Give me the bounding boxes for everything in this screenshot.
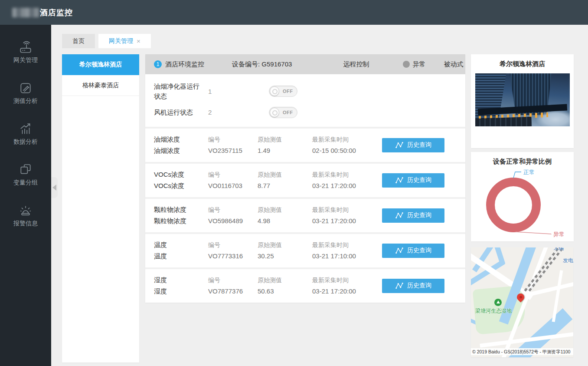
line-chart-icon	[395, 211, 404, 219]
sidebar-item-label: 测值分析	[13, 97, 38, 105]
sidebar-item-gateway[interactable]: 网关管理	[13, 40, 38, 64]
legend-abnormal: 异常	[553, 231, 565, 237]
content-area: 首页 网关管理 × 希尔顿逸林酒店 格林豪泰酒店 1 酒店环境监控 设备编号: …	[51, 25, 588, 366]
mode-text: 被动式	[444, 60, 463, 69]
toggle-knob	[270, 108, 279, 117]
close-icon[interactable]: ×	[137, 37, 140, 45]
device-index-badge: 1	[154, 60, 162, 68]
sidebar-item-label: 报警信息	[13, 220, 38, 228]
hotel-photo-lobby	[475, 117, 532, 126]
map-poi-label-partial: 无锡	[553, 247, 564, 252]
variable-group-icon	[19, 163, 33, 177]
device-ratio-card: 设备正常和异常比例 正常 异常	[471, 152, 574, 241]
hotel-list-item-selected[interactable]: 希尔顿逸林酒店	[62, 54, 139, 75]
baidu-map[interactable]: 梁塘河生态湿地 无锡 发电 © 2019 Baidu - GS(2018)557…	[471, 247, 573, 357]
sidebar-item-label: 变量分组	[13, 179, 38, 187]
fan-toggle[interactable]: OFF	[269, 107, 297, 118]
sidebar: 网关管理 测值分析 数据分析 变量分组	[0, 25, 51, 366]
hotel-list-item[interactable]: 格林豪泰酒店	[62, 75, 139, 96]
donut-chart: 正常 异常	[471, 166, 574, 242]
tab-gateway[interactable]: 网关管理 ×	[98, 34, 151, 48]
park-poi-icon	[494, 299, 502, 306]
right-panel: 希尔顿逸林酒店 设备正常和异常比例 正常	[471, 54, 574, 357]
hotel-list: 希尔顿逸林酒店 格林豪泰酒店	[62, 54, 139, 363]
sensor-row-vocs: VOCs浓度VOCs浓度 编号VO0116703 原始测值8.77 最新采集时间…	[145, 164, 465, 197]
tab-home[interactable]: 首页	[62, 34, 95, 48]
remote-control-label: 远程控制	[343, 60, 369, 69]
sensor-row-smoke: 油烟浓度油烟浓度 编号VO2357115 原始测值1.49 最新采集时间02-1…	[145, 129, 465, 162]
line-chart-icon	[395, 282, 404, 290]
tab-bar: 首页 网关管理 ×	[62, 34, 151, 48]
company-logo	[12, 8, 39, 17]
history-query-button[interactable]: 历史查询	[382, 208, 444, 223]
app-title: 酒店监控	[40, 7, 73, 18]
switch-row-purifier: 油烟净化器运行状态 1 OFF	[145, 81, 465, 102]
sidebar-item-alarm[interactable]: 报警信息	[13, 204, 38, 228]
data-analysis-icon	[19, 122, 33, 136]
measure-analysis-icon	[19, 81, 33, 95]
device-title: 酒店环境监控	[165, 60, 204, 69]
toggle-knob	[270, 86, 279, 96]
sidebar-item-label: 数据分析	[13, 138, 38, 146]
sensor-row-particles: 颗粒物浓度颗粒物浓度 编号VO5986489 原始测值4.98 最新采集时间03…	[145, 199, 465, 232]
line-chart-icon	[395, 176, 404, 184]
sidebar-collapse-handle[interactable]	[51, 177, 58, 198]
device-number: 设备编号: G5916703	[232, 60, 292, 69]
line-chart-icon	[395, 141, 404, 149]
history-query-button[interactable]: 历史查询	[382, 279, 444, 293]
ratio-title: 设备正常和异常比例	[471, 152, 574, 166]
sidebar-item-measure[interactable]: 测值分析	[13, 81, 38, 105]
sidebar-item-variable-group[interactable]: 变量分组	[13, 163, 38, 187]
top-header: 酒店监控	[0, 0, 588, 25]
history-query-button[interactable]: 历史查询	[382, 173, 444, 188]
purifier-toggle[interactable]: OFF	[269, 86, 297, 97]
donut-chart-svg: 正常 异常	[471, 166, 573, 241]
hotel-name: 希尔顿逸林酒店	[471, 54, 574, 68]
switch-row-fan: 风机运行状态 2 OFF	[145, 107, 465, 118]
hotel-photo	[475, 73, 570, 126]
callout-line-normal	[513, 172, 521, 178]
history-query-button[interactable]: 历史查询	[382, 244, 444, 258]
park-poi-label: 梁塘河生态湿地	[475, 307, 512, 315]
chevron-left-icon	[52, 185, 56, 191]
map-poi-label: 发电	[563, 257, 573, 264]
alarm-info-icon	[19, 204, 33, 218]
history-query-button[interactable]: 历史查询	[382, 138, 444, 152]
gateway-router-icon	[19, 40, 33, 54]
line-chart-icon	[395, 247, 404, 254]
sidebar-item-data-analysis[interactable]: 数据分析	[13, 122, 38, 146]
map-copyright: © 2019 Baidu - GS(2018)5572号 - 甲测资字1100	[471, 348, 573, 355]
sidebar-item-label: 网关管理	[13, 56, 38, 64]
device-panel: 1 酒店环境监控 设备编号: G5916703 远程控制 异常 被动式 油烟净化…	[145, 54, 465, 303]
device-panel-header: 1 酒店环境监控 设备编号: G5916703 远程控制 异常 被动式	[145, 54, 465, 74]
callout-line-abnormal	[516, 232, 552, 234]
legend-normal: 正常	[523, 169, 535, 175]
status-dot-icon	[403, 61, 410, 68]
hotel-info-card: 希尔顿逸林酒店	[471, 54, 574, 148]
sensor-row-temperature: 温度温度 编号VO7773316 原始测值30.25 最新采集时间03-21 1…	[145, 234, 465, 267]
sensor-row-humidity: 湿度湿度 编号VO7877376 原始测值50.63 最新采集时间03-21 1…	[145, 269, 465, 303]
status-text: 异常	[412, 60, 425, 69]
switch-section: 油烟净化器运行状态 1 OFF 风机运行状态 2 OFF	[145, 74, 465, 127]
